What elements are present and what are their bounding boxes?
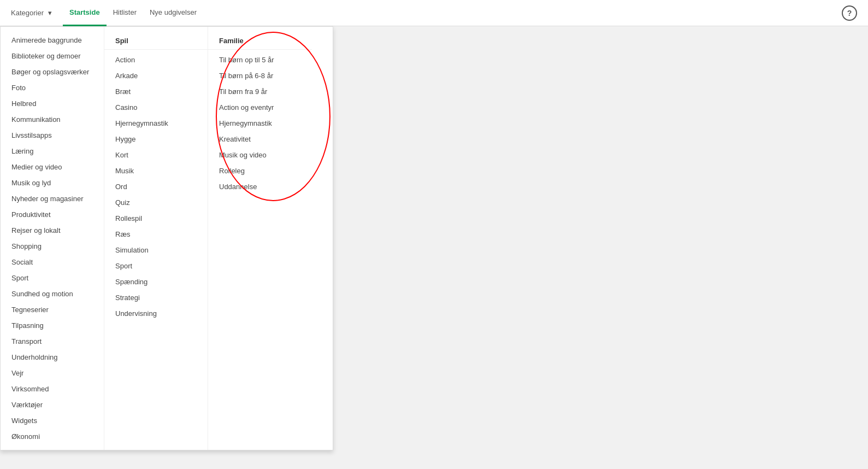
cat-boger[interactable]: Bøger og opslagsværker xyxy=(1,64,104,80)
familie-rolleleg[interactable]: Rolleleg xyxy=(208,163,312,179)
cat-musik[interactable]: Musik og lyd xyxy=(1,175,104,191)
dropdown-col3: Familie Til børn op til 5 år Til børn på… xyxy=(208,27,312,450)
cat-vejr[interactable]: Vejr xyxy=(1,365,104,381)
nav-hitlister[interactable]: Hitlister xyxy=(107,0,143,26)
familie-9plus[interactable]: Til børn fra 9 år xyxy=(208,84,312,99)
cat-animerede[interactable]: Animerede baggrunde xyxy=(1,32,104,48)
spil-simulation[interactable]: Simulation xyxy=(104,242,208,258)
cat-shopping[interactable]: Shopping xyxy=(1,238,104,254)
dropdown-col2: Spil Action Arkade Bræt Casino Hjernegym… xyxy=(104,27,208,450)
spil-raes[interactable]: Ræs xyxy=(104,226,208,242)
cat-foto[interactable]: Foto xyxy=(1,80,104,96)
cat-helbred[interactable]: Helbred xyxy=(1,96,104,112)
spil-sport[interactable]: Sport xyxy=(104,258,208,274)
spil-kort[interactable]: Kort xyxy=(104,147,208,163)
cat-tegneserier[interactable]: Tegneserier xyxy=(1,302,104,318)
spil-ord[interactable]: Ord xyxy=(104,179,208,195)
cat-virksomhed[interactable]: Virksomhed xyxy=(1,381,104,397)
spil-action[interactable]: Action xyxy=(104,52,208,68)
familie-0-5[interactable]: Til børn op til 5 år xyxy=(208,52,312,68)
spil-strategi[interactable]: Strategi xyxy=(104,290,208,306)
cat-produktivitet[interactable]: Produktivitet xyxy=(1,207,104,222)
cat-biblioteker[interactable]: Biblioteker og demoer xyxy=(1,48,104,64)
spil-rollespil[interactable]: Rollespil xyxy=(104,210,208,226)
spil-casino[interactable]: Casino xyxy=(104,99,208,115)
familie-uddannelse[interactable]: Uddannelse xyxy=(208,179,312,195)
familie-6-8[interactable]: Til børn på 6-8 år xyxy=(208,68,312,84)
cat-sundhed[interactable]: Sundhed og motion xyxy=(1,286,104,302)
kategorier-dropdown[interactable]: Kategorier ▾ xyxy=(11,9,52,17)
cat-kommunikation[interactable]: Kommunikation xyxy=(1,112,104,127)
cat-tilpasning[interactable]: Tilpasning xyxy=(1,318,104,333)
dropdown-menu: Animerede baggrunde Biblioteker og demoe… xyxy=(0,26,333,450)
familie-kreativitet[interactable]: Kreativitet xyxy=(208,131,312,147)
cat-sport[interactable]: Sport xyxy=(1,270,104,286)
kategorier-label: Kategorier xyxy=(11,9,44,17)
help-button[interactable]: ? xyxy=(842,5,857,21)
cat-underholdning[interactable]: Underholdning xyxy=(1,349,104,365)
spil-braet[interactable]: Bræt xyxy=(104,84,208,99)
cat-rejser[interactable]: Rejser og lokalt xyxy=(1,222,104,238)
cat-socialt[interactable]: Socialt xyxy=(1,254,104,270)
familie-musik[interactable]: Musik og video xyxy=(208,147,312,163)
cat-transport[interactable]: Transport xyxy=(1,333,104,349)
cat-laering[interactable]: Læring xyxy=(1,143,104,159)
spil-spaending[interactable]: Spænding xyxy=(104,274,208,290)
familie-header: Familie xyxy=(208,32,312,50)
nav-nye-udgivelser[interactable]: Nye udgivelser xyxy=(143,0,203,26)
spil-hjernegymnastik[interactable]: Hjernegymnastik xyxy=(104,115,208,131)
spil-arkade[interactable]: Arkade xyxy=(104,68,208,84)
cat-medier[interactable]: Medier og video xyxy=(1,159,104,175)
spil-undervisning[interactable]: Undervisning xyxy=(104,306,208,321)
spil-header: Spil xyxy=(104,32,208,50)
spil-quiz[interactable]: Quiz xyxy=(104,195,208,210)
cat-okonomi[interactable]: Økonomi xyxy=(1,429,104,444)
familie-hjerne[interactable]: Hjernegymnastik xyxy=(208,115,312,131)
top-nav: Kategorier ▾ Startside Hitlister Nye udg… xyxy=(0,0,868,26)
cat-widgets[interactable]: Widgets xyxy=(1,413,104,429)
spil-musik[interactable]: Musik xyxy=(104,163,208,179)
dropdown-col1: Animerede baggrunde Biblioteker og demoe… xyxy=(1,27,104,450)
chevron-down-icon: ▾ xyxy=(48,9,52,17)
familie-action[interactable]: Action og eventyr xyxy=(208,99,312,115)
nav-startside[interactable]: Startside xyxy=(63,0,107,26)
cat-nyheder[interactable]: Nyheder og magasiner xyxy=(1,191,104,207)
cat-livsstilsapps[interactable]: Livsstilsapps xyxy=(1,127,104,143)
cat-vaerktojer[interactable]: Værktøjer xyxy=(1,397,104,413)
spil-hygge[interactable]: Hygge xyxy=(104,131,208,147)
